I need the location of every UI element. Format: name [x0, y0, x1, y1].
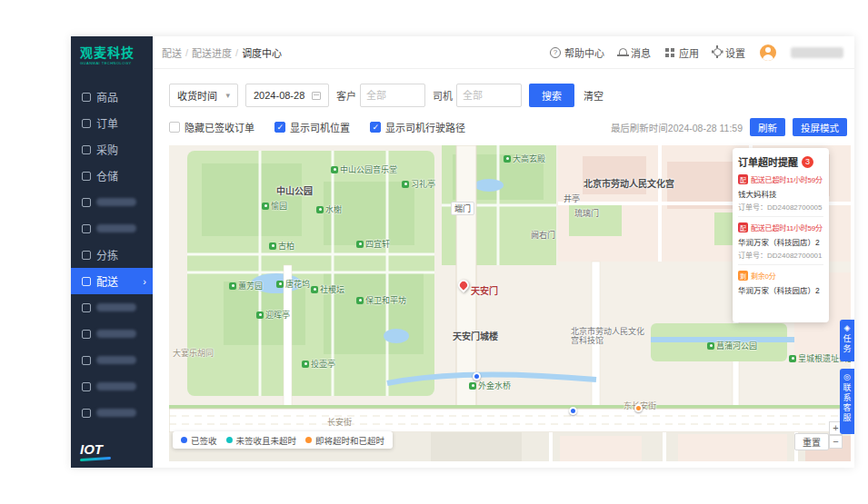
refresh-group: 最后刷新时间2024-08-28 11:59 刷新 投屏模式: [611, 118, 847, 136]
show-driver-position-checkbox[interactable]: 显示司机位置: [274, 120, 350, 134]
hidden-icon: [82, 382, 91, 391]
toggle-bar: 隐藏已签收订单 显示司机位置 显示司机行驶路径 最后刷新时间2024-08-28…: [169, 118, 847, 136]
driver-timeout-marker-icon[interactable]: [634, 404, 643, 412]
sidebar-item-purchase[interactable]: 采购: [71, 136, 153, 163]
sidebar-item-redacted[interactable]: [71, 215, 153, 242]
clear-button[interactable]: 清空: [584, 88, 604, 103]
sidebar-item-warehouse[interactable]: 仓储: [71, 163, 153, 189]
park-icon: [229, 282, 236, 290]
user-avatar[interactable]: [760, 44, 776, 61]
sidebar-item-orders[interactable]: 订单: [71, 110, 153, 136]
goods-icon: [82, 93, 91, 102]
redacted-label: [96, 303, 136, 311]
time-type-select[interactable]: 收货时间 ▾: [169, 84, 238, 107]
breadcrumb-item[interactable]: 配送: [162, 45, 182, 60]
settings-button[interactable]: 设置: [713, 45, 745, 60]
park-icon: [356, 297, 364, 304]
timeout-order-item[interactable]: 剩剩余0分 华润万家（科技园店）2: [738, 265, 823, 300]
park-icon: [302, 361, 309, 368]
driver-marker-icon[interactable]: [569, 407, 577, 415]
orders-icon: [82, 119, 91, 128]
sidebar-item-delivery[interactable]: 配送›: [71, 268, 153, 294]
sidebar-item-redacted[interactable]: [71, 294, 153, 321]
alert-count-badge: 3: [802, 156, 813, 168]
apps-button[interactable]: 应用: [665, 45, 699, 60]
map-poi-label: 习礼亭: [402, 178, 435, 190]
map-poi-label: 阙右门: [531, 229, 555, 241]
park-icon: [402, 181, 409, 188]
map-poi-label: 投壶亭: [302, 358, 335, 370]
sidebar-item-redacted[interactable]: [71, 400, 153, 426]
map-area-label: 北京市劳动人民文化宫: [584, 176, 674, 190]
park-icon: [789, 355, 796, 362]
breadcrumb-item[interactable]: 配送进度: [192, 45, 232, 60]
order-status-tag: 剩剩余0分: [738, 271, 823, 281]
sidebar-item-redacted[interactable]: [71, 189, 153, 215]
customer-input[interactable]: [360, 84, 425, 107]
main-content: 收货时间 ▾ 2024-08-28 客户 司机 搜索 清空 隐藏已签收订单: [153, 69, 854, 468]
refresh-button[interactable]: 刷新: [750, 118, 785, 136]
map-poi-label: 蕙芳园: [229, 280, 263, 292]
sidebar-item-sorting[interactable]: 分拣: [71, 242, 153, 268]
gear-icon: [713, 48, 722, 56]
sidebar-item-redacted[interactable]: [71, 321, 153, 347]
legend-timeout: 即将超时和已超时: [305, 434, 384, 447]
map-poi-label: 唐花坞: [276, 278, 310, 290]
zoom-out-button[interactable]: −: [829, 435, 843, 449]
timeout-order-item[interactable]: 配配送已超时11小时59分 华润万家（科技园店）2 订单号：DD24082700…: [738, 217, 823, 265]
order-status-tag: 配配送已超时11小时59分: [738, 174, 823, 184]
hidden-icon: [82, 409, 91, 418]
redacted-label: [96, 382, 136, 390]
search-button[interactable]: 搜索: [529, 84, 574, 107]
delivery-tag-icon: 配: [738, 174, 748, 184]
park-icon: [316, 206, 324, 213]
park-icon: [276, 281, 284, 288]
sidebar-item-goods[interactable]: 商品: [71, 84, 153, 110]
help-icon: [550, 47, 561, 58]
iot-logo: IOT: [80, 441, 111, 460]
help-center-button[interactable]: 帮助中心: [550, 45, 604, 60]
checkbox-icon: [169, 122, 180, 133]
park-icon: [269, 242, 276, 250]
sidebar-item-redacted[interactable]: [71, 373, 153, 400]
driver-marker-icon[interactable]: [473, 372, 481, 380]
header-actions: 帮助中心 消息 应用 设置: [550, 44, 854, 61]
park-icon: [356, 241, 364, 248]
task-panel-tab[interactable]: ◈ 任务: [840, 320, 854, 361]
show-driver-path-checkbox[interactable]: 显示司机行驶路径: [370, 120, 465, 134]
hidden-icon: [82, 330, 91, 339]
map-poi-label: 中山公园音乐堂: [331, 163, 397, 175]
filter-bar: 收货时间 ▾ 2024-08-28 客户 司机 搜索 清空: [169, 84, 604, 107]
cast-mode-button[interactable]: 投屏模式: [793, 118, 847, 136]
map-area-label: 天安门城楼: [453, 329, 498, 342]
map-reset-button[interactable]: 重置: [794, 433, 829, 450]
hide-signed-checkbox[interactable]: 隐藏已签收订单: [169, 120, 254, 134]
order-number: 订单号：DD24082700001: [738, 250, 823, 260]
map-poi-label: 外金水桥: [469, 380, 511, 391]
hidden-icon: [82, 356, 91, 365]
remaining-tag-icon: 剩: [738, 271, 748, 281]
map-poi-label: 四宜轩: [356, 238, 390, 250]
timeout-order-item[interactable]: 配配送已超时11小时59分 钱大妈科技 订单号：DD24082700005: [738, 169, 823, 217]
layers-icon: ◈: [844, 323, 851, 332]
sorting-icon: [82, 251, 91, 260]
driver-input[interactable]: [456, 84, 522, 107]
hidden-icon: [82, 303, 91, 312]
redacted-label: [96, 198, 136, 206]
purchase-icon: [82, 145, 91, 154]
map-legend: 已签收 未签收且未超时 即将超时和已超时: [173, 431, 393, 449]
date-picker[interactable]: 2024-08-28: [245, 84, 329, 107]
signed-dot-icon: [181, 437, 187, 443]
map-poi-label: 井亭: [564, 193, 580, 204]
checkbox-checked-icon: [274, 122, 285, 133]
apps-icon: [665, 48, 669, 52]
map-gate-label: 端门: [451, 202, 474, 215]
messages-button[interactable]: 消息: [619, 45, 651, 60]
order-customer-name: 华润万家（科技园店）2: [738, 284, 823, 295]
user-name-redacted: [791, 47, 843, 58]
breadcrumb: 配送 / 配送进度 / 调度中心: [153, 45, 282, 60]
contact-support-tab[interactable]: ◎ 联系客服: [840, 369, 854, 434]
calendar-icon: [312, 92, 321, 100]
bell-icon: [619, 48, 627, 55]
sidebar-item-redacted[interactable]: [71, 347, 153, 373]
